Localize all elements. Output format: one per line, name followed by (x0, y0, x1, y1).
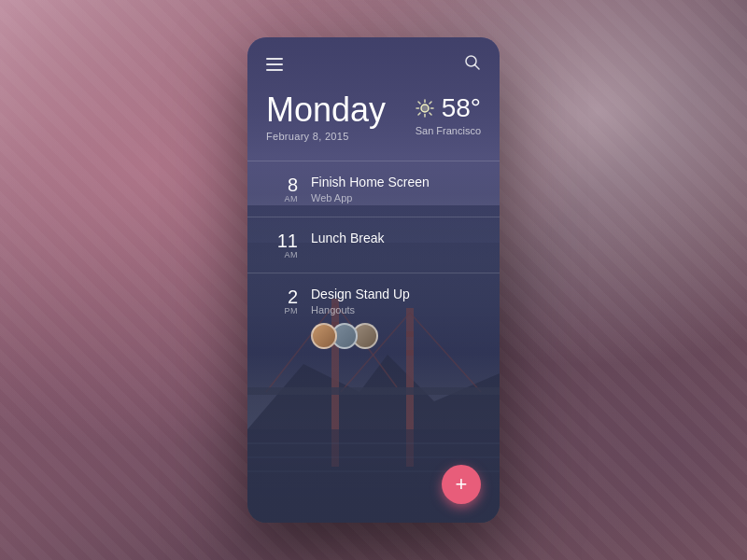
hamburger-icon (266, 58, 283, 60)
search-button[interactable] (464, 54, 481, 75)
schedule-item[interactable]: 2 PM Design Stand Up Hangouts (247, 273, 500, 362)
event-title: Finish Home Screen (311, 175, 481, 190)
time-ampm: AM (285, 250, 299, 259)
event-block: Lunch Break (311, 231, 481, 246)
time-block: 2 PM (266, 287, 298, 315)
app-header (247, 37, 500, 84)
time-hour: 8 (288, 175, 298, 194)
event-title: Lunch Break (311, 231, 481, 246)
svg-line-27 (418, 113, 420, 115)
time-ampm: PM (285, 306, 299, 315)
day-name: Monday (266, 93, 386, 127)
weather-temp: 58° (442, 93, 481, 123)
time-block: 11 AM (266, 231, 298, 259)
add-event-button[interactable]: + (442, 465, 481, 504)
date-full: February 8, 2015 (266, 131, 386, 142)
weather-temp-row: 58° (416, 93, 481, 123)
hamburger-menu[interactable] (266, 58, 283, 71)
search-icon (464, 54, 481, 71)
svg-line-25 (430, 113, 431, 115)
scene: Monday February 8, 2015 (0, 0, 747, 560)
event-subtitle: Web App (311, 192, 481, 203)
svg-point-19 (421, 105, 429, 112)
event-block: Finish Home Screen Web App (311, 175, 481, 203)
hamburger-icon (266, 63, 283, 65)
date-section: Monday February 8, 2015 (266, 93, 386, 142)
event-subtitle: Hangouts (311, 304, 481, 315)
weather-city: San Francisco (416, 125, 481, 136)
date-weather-section: Monday February 8, 2015 (247, 84, 500, 161)
time-block: 8 AM (266, 175, 298, 203)
avatar (311, 323, 337, 349)
phone-content: Monday February 8, 2015 (247, 37, 500, 523)
weather-section: 58° San Francisco (416, 93, 481, 136)
svg-line-24 (418, 102, 420, 104)
avatars-list (311, 323, 481, 349)
time-hour: 11 (277, 231, 298, 250)
schedule-item[interactable]: 11 AM Lunch Break (247, 217, 500, 273)
time-ampm: AM (285, 194, 299, 203)
plus-icon: + (456, 474, 468, 495)
sun-icon (416, 99, 434, 118)
phone-card: Monday February 8, 2015 (247, 37, 500, 523)
schedule-item[interactable]: 8 AM Finish Home Screen Web App (247, 161, 500, 217)
svg-line-18 (475, 65, 480, 70)
event-title: Design Stand Up (311, 287, 481, 302)
time-hour: 2 (288, 287, 298, 306)
svg-line-26 (430, 102, 431, 104)
event-block: Design Stand Up Hangouts (311, 287, 481, 349)
hamburger-icon (266, 69, 283, 71)
